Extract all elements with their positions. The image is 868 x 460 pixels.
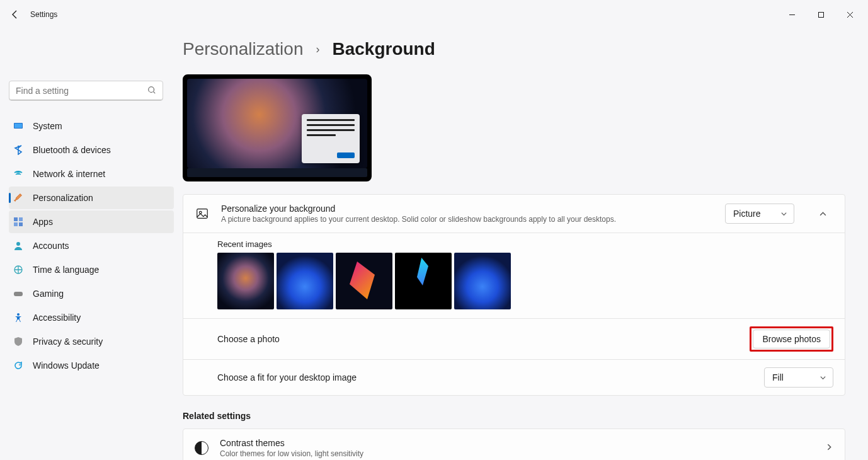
- choose-fit-label: Choose a fit for your desktop image: [217, 372, 764, 382]
- close-button[interactable]: [835, 4, 864, 25]
- maximize-button[interactable]: [806, 4, 835, 25]
- sync-icon: [13, 360, 24, 371]
- desktop-preview: [183, 74, 372, 181]
- sidebar-item-label: Personalization: [33, 193, 93, 203]
- sidebar-item-privacy[interactable]: Privacy & security: [9, 330, 174, 353]
- related-settings-heading: Related settings: [183, 411, 845, 421]
- preview-window: [302, 114, 360, 163]
- sidebar-item-label: System: [33, 121, 62, 131]
- chevron-right-icon: [825, 442, 833, 454]
- gamepad-icon: [13, 288, 24, 299]
- highlight-ring: Browse photos: [750, 326, 833, 352]
- recent-image-3[interactable]: [336, 253, 392, 309]
- recent-image-5[interactable]: [454, 253, 511, 309]
- grid-icon: [13, 216, 24, 227]
- picture-icon: [195, 206, 210, 221]
- sidebar-item-network[interactable]: Network & internet: [9, 163, 174, 185]
- svg-rect-3: [14, 124, 22, 128]
- sidebar-item-apps[interactable]: Apps: [9, 210, 174, 233]
- recent-image-4[interactable]: [395, 253, 452, 309]
- contrast-icon: [195, 441, 208, 455]
- page-title: Background: [332, 39, 435, 59]
- svg-rect-5: [19, 217, 23, 221]
- sidebar-item-label: Accounts: [33, 241, 69, 251]
- contrast-subtitle: Color themes for low vision, light sensi…: [220, 449, 363, 458]
- recent-image-2[interactable]: [277, 253, 333, 309]
- person-icon: [13, 240, 24, 251]
- window-title: Settings: [30, 10, 57, 19]
- sidebar-item-update[interactable]: Windows Update: [9, 354, 174, 377]
- search-input[interactable]: [16, 86, 147, 96]
- sidebar-item-label: Accessibility: [33, 313, 81, 323]
- sidebar-item-label: Time & language: [33, 265, 99, 275]
- recent-image-1[interactable]: [217, 253, 274, 309]
- choose-photo-label: Choose a photo: [217, 334, 750, 344]
- chevron-right-icon: ›: [316, 43, 319, 56]
- sidebar-item-system[interactable]: System: [9, 115, 174, 137]
- breadcrumb: Personalization › Background: [183, 39, 845, 59]
- preview-taskbar: [187, 168, 367, 177]
- fit-select[interactable]: Fill: [764, 367, 833, 388]
- wifi-icon: [13, 168, 24, 180]
- sidebar-item-time[interactable]: Time & language: [9, 258, 174, 281]
- svg-rect-6: [14, 222, 18, 226]
- svg-point-11: [17, 313, 20, 316]
- svg-rect-0: [818, 12, 823, 17]
- collapse-button[interactable]: [812, 204, 833, 224]
- sidebar-item-bluetooth[interactable]: Bluetooth & devices: [9, 139, 174, 161]
- svg-rect-12: [197, 209, 208, 219]
- globe-clock-icon: [13, 264, 24, 275]
- sidebar-item-label: Privacy & security: [33, 336, 103, 347]
- sidebar-item-label: Apps: [33, 217, 53, 227]
- search-input-wrapper[interactable]: [9, 81, 163, 101]
- personalize-background-card: Personalize your background A picture ba…: [183, 194, 845, 396]
- accessibility-icon: [13, 312, 24, 323]
- chevron-down-icon: [819, 374, 826, 381]
- contrast-title: Contrast themes: [220, 438, 363, 448]
- sidebar-item-accessibility[interactable]: Accessibility: [9, 306, 174, 329]
- sidebar-item-label: Gaming: [33, 289, 64, 299]
- sidebar-item-personalization[interactable]: Personalization: [9, 187, 174, 209]
- search-icon: [147, 86, 156, 96]
- sidebar-item-gaming[interactable]: Gaming: [9, 282, 174, 305]
- background-type-select[interactable]: Picture: [725, 204, 794, 224]
- monitor-icon: [13, 120, 24, 132]
- sidebar-item-label: Windows Update: [33, 360, 100, 371]
- personalize-subtitle: A picture background applies to your cur…: [221, 215, 714, 224]
- sidebar-item-label: Network & internet: [33, 169, 105, 179]
- brush-icon: [13, 192, 24, 204]
- svg-point-1: [149, 86, 154, 92]
- sidebar-item-accounts[interactable]: Accounts: [9, 234, 174, 257]
- bluetooth-icon: [13, 144, 24, 156]
- minimize-button[interactable]: [777, 4, 806, 25]
- recent-images-label: Recent images: [217, 239, 833, 249]
- contrast-themes-link[interactable]: Contrast themes Color themes for low vis…: [183, 428, 845, 460]
- svg-rect-7: [19, 222, 23, 226]
- chevron-down-icon: [780, 210, 787, 217]
- back-button[interactable]: [4, 3, 26, 26]
- svg-rect-10: [14, 292, 23, 296]
- svg-rect-4: [14, 217, 18, 221]
- browse-photos-button[interactable]: Browse photos: [753, 330, 830, 348]
- breadcrumb-parent[interactable]: Personalization: [183, 39, 303, 59]
- sidebar-item-label: Bluetooth & devices: [33, 145, 111, 155]
- personalize-title: Personalize your background: [221, 204, 714, 214]
- svg-point-8: [16, 242, 20, 246]
- shield-icon: [13, 336, 24, 347]
